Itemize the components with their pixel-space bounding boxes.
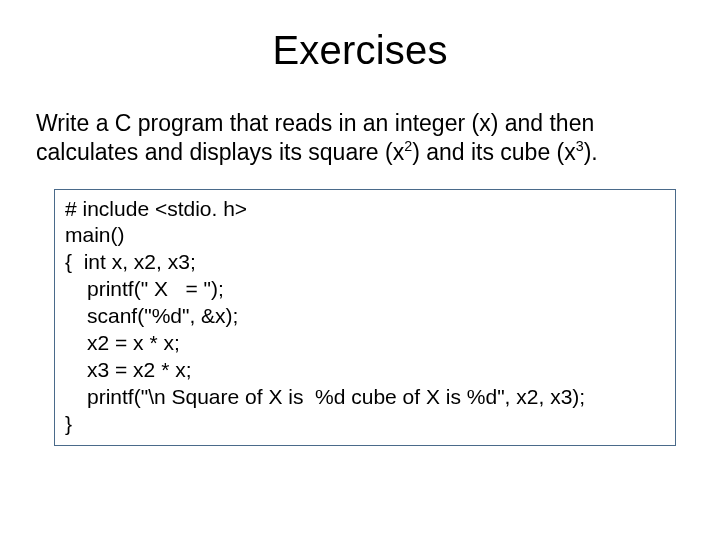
prompt-text-2: ) and its cube (x [412,139,576,165]
code-line-close: } [65,411,665,438]
code-line-include: # include <stdio. h> [65,196,665,223]
slide: Exercises Write a C program that reads i… [0,0,720,540]
superscript-3: 3 [576,138,584,154]
code-line-scanf: scanf("%d", &x); [65,303,665,330]
code-line-x3: x3 = x2 * x; [65,357,665,384]
prompt-text-3: ). [584,139,598,165]
superscript-2: 2 [404,138,412,154]
code-line-printf2: printf("\n Square of X is %d cube of X i… [65,384,665,411]
code-line-main: main() [65,222,665,249]
code-line-x2: x2 = x * x; [65,330,665,357]
code-line-decl: { int x, x2, x3; [65,249,665,276]
code-line-printf1: printf(" X = "); [65,276,665,303]
code-box: # include <stdio. h> main() { int x, x2,… [54,189,676,447]
slide-title: Exercises [36,28,684,73]
exercise-prompt: Write a C program that reads in an integ… [36,109,684,167]
